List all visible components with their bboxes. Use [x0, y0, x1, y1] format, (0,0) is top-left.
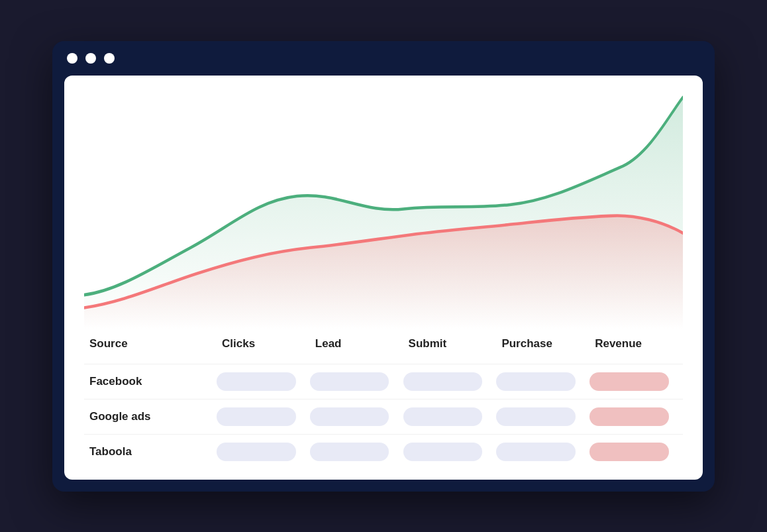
- col-header-clicks: Clicks: [217, 335, 310, 353]
- pill-facebook-purchase: [496, 372, 576, 391]
- table-row: Google ads: [84, 402, 683, 431]
- col-header-revenue: Revenue: [589, 335, 683, 353]
- data-table: Source Clicks Lead Submit Purchase Reven…: [84, 329, 683, 466]
- table-divider-2: [84, 399, 683, 399]
- pill-taboola-clicks: [217, 443, 296, 461]
- row-label-facebook: Facebook: [84, 372, 217, 391]
- row-label-google: Google ads: [84, 407, 217, 426]
- pill-google-purchase: [496, 407, 576, 426]
- chart-area: [84, 89, 683, 329]
- pill-facebook-submit: [403, 372, 483, 391]
- window-content: Source Clicks Lead Submit Purchase Reven…: [64, 76, 703, 480]
- window-dot-yellow[interactable]: [85, 53, 96, 64]
- col-header-submit: Submit: [403, 335, 497, 353]
- table-divider-1: [84, 364, 683, 364]
- line-chart: [84, 89, 683, 329]
- pill-taboola-submit: [403, 443, 483, 461]
- browser-window: Source Clicks Lead Submit Purchase Reven…: [52, 41, 715, 492]
- pill-google-revenue: [589, 407, 669, 426]
- col-header-purchase: Purchase: [496, 335, 589, 353]
- title-bar: [52, 41, 715, 76]
- pill-facebook-revenue: [589, 372, 669, 391]
- col-header-source: Source: [84, 335, 217, 353]
- pill-google-clicks: [217, 407, 296, 426]
- pill-taboola-revenue: [589, 443, 669, 461]
- row-label-taboola: Taboola: [84, 443, 217, 461]
- table-divider-3: [84, 434, 683, 435]
- pill-google-submit: [403, 407, 483, 426]
- pill-facebook-lead: [310, 372, 389, 391]
- col-header-lead: Lead: [310, 335, 403, 353]
- table-row: Taboola: [84, 437, 683, 466]
- pill-taboola-purchase: [496, 443, 576, 461]
- pill-facebook-clicks: [217, 372, 296, 391]
- pill-taboola-lead: [310, 443, 389, 461]
- pill-google-lead: [310, 407, 389, 426]
- window-dot-green[interactable]: [104, 53, 115, 64]
- window-dot-red[interactable]: [67, 53, 77, 64]
- table-row: Facebook: [84, 367, 683, 396]
- table-header: Source Clicks Lead Submit Purchase Reven…: [84, 329, 683, 361]
